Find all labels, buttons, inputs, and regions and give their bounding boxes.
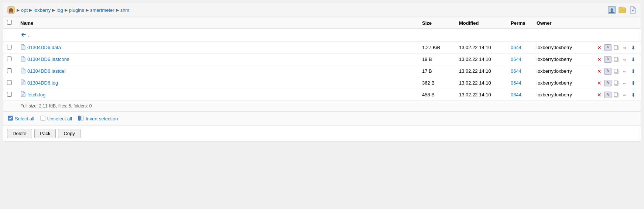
rename-btn-4[interactable]: ✎ (604, 92, 612, 98)
breadcrumb-sep-1: ▶ (29, 8, 32, 13)
link-btn-3[interactable]: ∞ (621, 80, 628, 86)
file-icon-4 (20, 91, 25, 98)
perms-link-2[interactable]: 0644 (511, 68, 521, 74)
table-row: 01304DD6.lastcons 19 B 13.02.22 14:10 06… (3, 54, 641, 65)
file-table: Name Size Modified Perms Owner (3, 17, 641, 112)
download-btn-3[interactable]: ⬇ (630, 80, 637, 86)
row-checkbox-1[interactable] (7, 56, 12, 61)
link-btn-2[interactable]: ∞ (621, 68, 628, 75)
file-link-1[interactable]: 01304DD6.lastcons (20, 56, 69, 63)
breadcrumb-shm[interactable]: shm (120, 7, 130, 13)
select-all-item[interactable]: Select all (8, 116, 34, 122)
breadcrumb-sep-5: ▶ (116, 8, 119, 13)
header-checkbox[interactable] (7, 20, 12, 25)
row-check-0 (3, 42, 17, 54)
selection-bar: Select all Unselect all Invert selection (3, 112, 641, 126)
download-btn-4[interactable]: ⬇ (630, 92, 637, 98)
delete-btn-3[interactable]: ✕ (596, 80, 603, 86)
row-checkbox-2[interactable] (7, 68, 12, 73)
row-size-3: 362 B (418, 77, 455, 89)
row-checkbox-4[interactable] (7, 92, 12, 97)
copy-file-btn-2[interactable] (613, 68, 620, 75)
row-modified-4: 13.02.22 14:10 (455, 89, 507, 101)
unselect-all-item[interactable]: Unselect all (40, 116, 72, 122)
new-folder-icon[interactable]: + (618, 6, 627, 14)
row-actions-1: ✕ ✎ ∞ ⬇ (592, 54, 641, 65)
delete-btn-0[interactable]: ✕ (596, 44, 603, 51)
copy-file-btn-3[interactable] (613, 80, 620, 86)
breadcrumb-loxberry[interactable]: loxberry (34, 7, 51, 13)
copy-file-btn-1[interactable] (613, 56, 620, 63)
link-btn-4[interactable]: ∞ (621, 92, 628, 98)
row-owner-1: loxberry:loxberry (533, 54, 592, 65)
copy-file-btn-0[interactable] (613, 44, 620, 51)
download-btn-1[interactable]: ⬇ (630, 56, 637, 63)
delete-button[interactable]: Delete (7, 129, 32, 138)
breadcrumb-log[interactable]: log (56, 7, 63, 13)
upload-icon[interactable] (607, 6, 616, 14)
invert-selection-item[interactable]: Invert selection (78, 116, 118, 122)
perms-link-4[interactable]: 0644 (511, 92, 521, 97)
delete-btn-2[interactable]: ✕ (596, 68, 603, 75)
parent-dir-link[interactable]: .. (20, 32, 31, 38)
summary-row: Full size: 2.11 KiB, files: 5, folders: … (3, 101, 641, 112)
copy-file-btn-4[interactable] (613, 92, 620, 98)
row-perms-2: 0644 (507, 65, 533, 77)
delete-btn-1[interactable]: ✕ (596, 56, 603, 63)
header-modified: Modified (455, 17, 507, 29)
file-link-4[interactable]: fetch.log (20, 91, 45, 98)
link-btn-1[interactable]: ∞ (621, 56, 628, 63)
table-row: fetch.log 458 B 13.02.22 14:10 0644 loxb… (3, 89, 641, 101)
summary-text: Full size: 2.11 KiB, files: 5, folders: … (20, 103, 92, 109)
copy-button[interactable]: Copy (58, 129, 80, 138)
delete-btn-4[interactable]: ✕ (596, 92, 603, 98)
svg-rect-24 (8, 116, 13, 120)
breadcrumb-opt[interactable]: opt (21, 7, 28, 13)
row-owner-4: loxberry:loxberry (533, 89, 592, 101)
invert-selection-label: Invert selection (86, 116, 118, 121)
file-manager: ▶ opt ▶ loxberry ▶ log ▶ plugins ▶ smart… (3, 3, 641, 141)
rename-btn-0[interactable]: ✎ (604, 44, 612, 51)
svg-rect-26 (78, 116, 80, 120)
row-name-2: 01304DD6.lastdel (17, 65, 418, 77)
file-link-3[interactable]: 01304DD6.log (20, 79, 58, 86)
svg-rect-5 (609, 12, 614, 13)
svg-rect-13 (614, 69, 617, 73)
file-link-2[interactable]: 01304DD6.lastdel (20, 68, 65, 75)
header-actions (592, 17, 641, 29)
row-check-4 (3, 89, 17, 101)
perms-link-0[interactable]: 0644 (511, 45, 521, 50)
row-checkbox-3[interactable] (7, 80, 12, 85)
row-check-1 (3, 54, 17, 65)
select-all-label: Select all (15, 116, 34, 121)
pack-button[interactable]: Pack (34, 129, 56, 138)
file-link-0[interactable]: 01304DD6.data (20, 44, 61, 51)
row-owner-2: loxberry:loxberry (533, 65, 592, 77)
row-name-3: 01304DD6.log (17, 77, 418, 89)
perms-link-1[interactable]: 0644 (511, 56, 521, 62)
rename-btn-1[interactable]: ✎ (604, 56, 612, 63)
new-file-icon[interactable]: + (628, 6, 637, 14)
link-btn-0[interactable]: ∞ (621, 44, 628, 51)
row-checkbox-0[interactable] (7, 45, 12, 49)
unselect-all-label: Unselect all (47, 116, 72, 121)
breadcrumb-smartmeter[interactable]: smartmeter (90, 7, 114, 13)
file-icon-2 (20, 68, 25, 75)
breadcrumb-plugins[interactable]: plugins (69, 7, 84, 13)
breadcrumb-sep-0: ▶ (17, 8, 20, 13)
svg-rect-27 (81, 116, 83, 120)
rename-btn-3[interactable]: ✎ (604, 80, 612, 86)
download-btn-2[interactable]: ⬇ (630, 68, 637, 75)
home-icon[interactable] (7, 6, 15, 14)
table-header-row: Name Size Modified Perms Owner (3, 17, 641, 29)
row-perms-4: 0644 (507, 89, 533, 101)
rename-btn-2[interactable]: ✎ (604, 68, 612, 75)
row-actions-4: ✕ ✎ ∞ ⬇ (592, 89, 641, 101)
perms-link-3[interactable]: 0644 (511, 80, 521, 86)
summary-text-cell: Full size: 2.11 KiB, files: 5, folders: … (17, 101, 641, 112)
select-all-checkbox-icon (8, 116, 13, 122)
svg-rect-25 (41, 116, 45, 120)
download-btn-0[interactable]: ⬇ (630, 44, 637, 51)
file-icon-3 (20, 79, 25, 86)
row-check-2 (3, 65, 17, 77)
